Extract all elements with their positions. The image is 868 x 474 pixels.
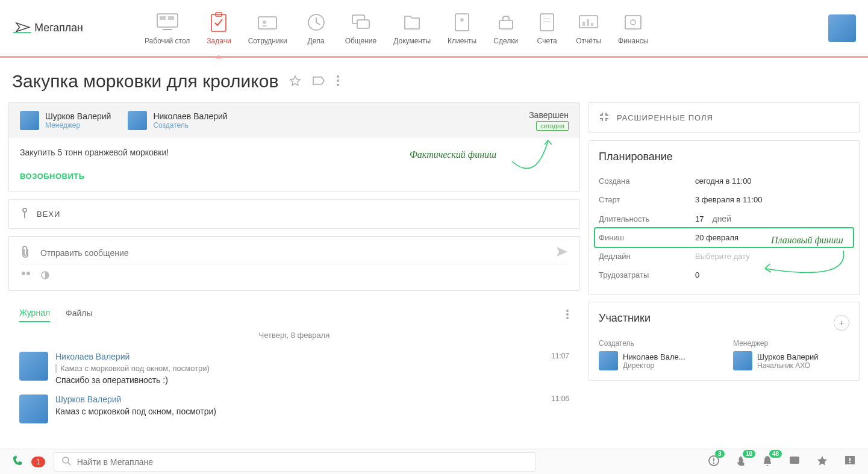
svg-text:Мегаплан: Мегаплан bbox=[34, 22, 83, 34]
participants-card: Участники + Создатель Николаев Вале...Ди… bbox=[589, 302, 860, 381]
field-created: Созданасегодня в 11:00 bbox=[599, 172, 849, 190]
svg-point-39 bbox=[713, 463, 714, 464]
svg-rect-43 bbox=[849, 462, 851, 463]
avatar bbox=[128, 111, 147, 130]
svg-point-35 bbox=[63, 457, 69, 463]
phone-icon[interactable] bbox=[12, 455, 23, 468]
more-icon[interactable] bbox=[336, 75, 340, 89]
avatar bbox=[20, 111, 39, 130]
bottom-search[interactable] bbox=[54, 452, 535, 472]
participant-manager[interactable]: Шурков ВалерийНачальник АХО bbox=[733, 351, 849, 370]
chat-icon[interactable] bbox=[788, 455, 801, 468]
svg-point-34 bbox=[566, 317, 569, 319]
field-duration[interactable]: Длительность17дней bbox=[599, 209, 849, 228]
bottom-bar: 1 3 10 48 bbox=[0, 449, 868, 474]
svg-line-11 bbox=[316, 22, 320, 25]
visibility-icon[interactable] bbox=[40, 270, 50, 282]
nav-documents[interactable]: Документы bbox=[393, 11, 431, 45]
phone-badge[interactable]: 1 bbox=[31, 457, 45, 467]
svg-point-29 bbox=[22, 272, 25, 275]
milestones-card[interactable]: ВЕХИ bbox=[8, 199, 580, 229]
svg-rect-1 bbox=[157, 14, 178, 27]
message-input[interactable] bbox=[40, 248, 546, 258]
svg-rect-2 bbox=[160, 16, 166, 20]
journal-entry: Николаев Валерий Камаз с морковкой под о… bbox=[8, 347, 580, 390]
status-box: Завершен сегодня bbox=[529, 110, 569, 131]
attach-icon[interactable] bbox=[20, 245, 31, 260]
svg-rect-23 bbox=[591, 23, 593, 26]
logo[interactable]: Мегаплан bbox=[12, 17, 108, 39]
svg-rect-17 bbox=[540, 14, 554, 31]
task-header: Шурков Валерий Менеджер Николаев Валерий… bbox=[9, 103, 579, 138]
nav-chat[interactable]: Общение bbox=[345, 11, 377, 45]
nav-reports[interactable]: Отчёты bbox=[576, 11, 601, 45]
alert-icon[interactable]: 3 bbox=[708, 455, 720, 469]
svg-rect-7 bbox=[258, 17, 276, 29]
expand-icon bbox=[599, 111, 610, 124]
avatar[interactable] bbox=[19, 352, 48, 381]
svg-point-27 bbox=[337, 80, 339, 82]
svg-rect-13 bbox=[357, 20, 369, 28]
svg-rect-16 bbox=[499, 20, 513, 29]
svg-rect-14 bbox=[455, 14, 469, 31]
nav-finance[interactable]: Финансы bbox=[618, 11, 648, 45]
svg-point-15 bbox=[460, 18, 464, 22]
field-labor[interactable]: Трудозатраты0 bbox=[599, 266, 849, 284]
svg-rect-3 bbox=[168, 16, 174, 20]
svg-point-32 bbox=[566, 310, 569, 312]
nav-desktop[interactable]: Рабочий стол bbox=[145, 11, 190, 45]
tab-more-icon[interactable] bbox=[566, 309, 569, 322]
svg-line-36 bbox=[68, 463, 70, 465]
bell-icon[interactable]: 48 bbox=[762, 455, 773, 469]
expand-fields-button[interactable]: РАСШИРЕННЫЕ ПОЛЯ bbox=[589, 102, 860, 133]
task-description: Закупить 5 тонн оранжевой морковки! bbox=[20, 148, 569, 157]
page-title: Закупка морковки для кроликов bbox=[12, 71, 278, 92]
add-participant-button[interactable]: + bbox=[834, 315, 849, 331]
feedback-icon[interactable] bbox=[844, 455, 856, 469]
avatar[interactable] bbox=[19, 394, 48, 423]
nav-tasks[interactable]: Задачи bbox=[207, 11, 231, 45]
svg-point-26 bbox=[337, 75, 339, 78]
people-icon[interactable] bbox=[20, 270, 32, 282]
send-icon[interactable] bbox=[555, 246, 569, 260]
nav-clients[interactable]: Клиенты bbox=[448, 11, 476, 45]
fire-icon[interactable]: 10 bbox=[735, 455, 746, 469]
creator-block[interactable]: Николаев Валерий Создатель bbox=[128, 110, 227, 131]
svg-rect-40 bbox=[790, 457, 799, 464]
bottom-search-input[interactable] bbox=[77, 457, 528, 467]
nav-trades[interactable]: Сделки bbox=[493, 11, 518, 45]
star-icon[interactable] bbox=[289, 75, 301, 89]
task-card: Шурков Валерий Менеджер Николаев Валерий… bbox=[8, 102, 580, 192]
resume-button[interactable]: ВОЗОБНОВИТЬ bbox=[20, 172, 569, 181]
milestone-icon bbox=[20, 207, 30, 221]
participants-title: Участники bbox=[599, 312, 651, 325]
favorite-icon[interactable] bbox=[816, 455, 828, 469]
search-icon bbox=[61, 456, 71, 467]
nav-employees[interactable]: Сотрудники bbox=[248, 11, 287, 45]
participant-creator[interactable]: Николаев Вале...Директор bbox=[599, 351, 715, 370]
tab-journal[interactable]: Журнал bbox=[19, 308, 50, 322]
svg-rect-22 bbox=[587, 19, 589, 26]
field-start[interactable]: Старт3 февраля в 11:00 bbox=[599, 190, 849, 209]
planning-title: Планирование bbox=[599, 151, 849, 163]
status-badge: сегодня bbox=[536, 121, 569, 131]
field-deadline[interactable]: ДедлайнВыберите дату bbox=[599, 247, 849, 266]
journal-section: Журнал Файлы Четверг, 8 февраля Николаев… bbox=[8, 298, 580, 428]
tag-icon[interactable] bbox=[312, 75, 325, 88]
top-navigation: Мегаплан Рабочий стол Задачи Сотрудники … bbox=[0, 0, 868, 58]
svg-rect-24 bbox=[625, 16, 641, 29]
svg-point-33 bbox=[566, 313, 569, 316]
nav-invoices[interactable]: Счета bbox=[535, 11, 559, 45]
planning-card: Планирование Созданасегодня в 11:00 Стар… bbox=[589, 140, 860, 295]
avatar bbox=[733, 351, 752, 370]
nav-deals[interactable]: Дела bbox=[304, 11, 328, 45]
user-avatar[interactable] bbox=[828, 14, 856, 42]
field-finish[interactable]: Финиш20 февраля bbox=[595, 228, 853, 247]
svg-rect-42 bbox=[849, 458, 851, 461]
svg-point-8 bbox=[263, 20, 266, 24]
tab-files[interactable]: Файлы bbox=[66, 308, 92, 322]
avatar bbox=[599, 351, 618, 370]
manager-block[interactable]: Шурков Валерий Менеджер bbox=[20, 110, 111, 131]
svg-point-30 bbox=[27, 272, 30, 275]
journal-date: Четверг, 8 февраля bbox=[8, 326, 580, 347]
